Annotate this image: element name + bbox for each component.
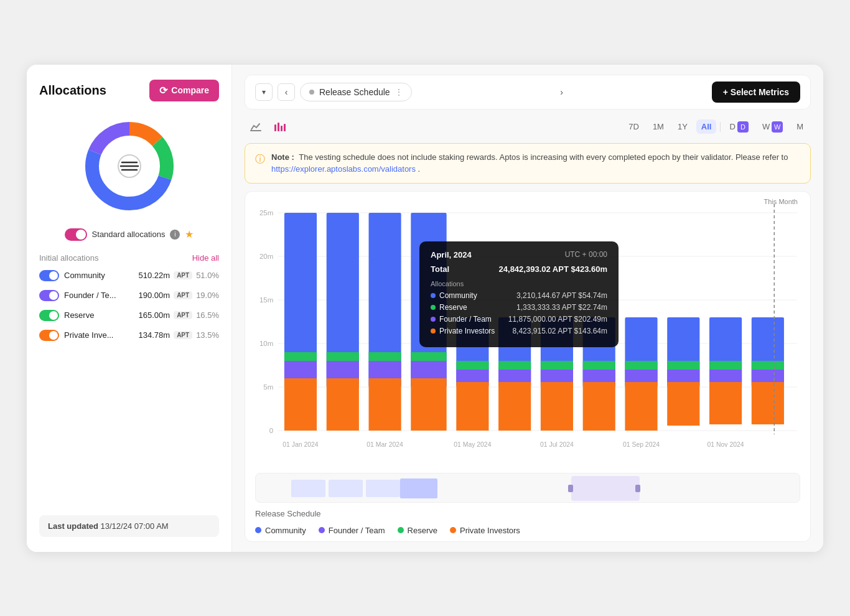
community-legend-label: Community (265, 526, 306, 535)
bar-chart-icon[interactable] (271, 118, 288, 136)
svg-rect-62 (667, 361, 699, 370)
svg-rect-71 (752, 370, 784, 382)
time-1y-button[interactable]: 1Y (673, 119, 693, 134)
tooltip-row: Private Investors 8,423,915.02 APT $143.… (431, 327, 607, 335)
svg-rect-43 (456, 370, 488, 382)
svg-rect-64 (667, 382, 699, 426)
svg-text:01 Mar 2024: 01 Mar 2024 (367, 441, 403, 448)
reserve-amount: 165.00m (139, 310, 170, 320)
svg-rect-54 (583, 361, 615, 370)
reserve-legend-dot (398, 527, 404, 533)
private-toggle[interactable] (39, 330, 59, 341)
svg-rect-42 (456, 361, 488, 370)
svg-rect-84 (400, 478, 437, 498)
tooltip-row: Founder / Team 11,875,000.00 APT $202.49… (431, 315, 607, 324)
right-panel: ▾ ‹ Release Schedule ⋮ › + Select Metric… (232, 65, 823, 552)
time-m-button[interactable]: M (792, 119, 808, 134)
legend-title: Release Schedule (255, 509, 800, 518)
svg-rect-27 (284, 361, 317, 378)
svg-text:01 Nov 2024: 01 Nov 2024 (708, 441, 744, 448)
founder-tooltip-val: 11,875,000.00 APT $202.49m (508, 315, 607, 324)
private-legend-label: Private Investors (460, 526, 520, 535)
standard-toggle[interactable] (65, 228, 87, 241)
founder-toggle[interactable] (39, 290, 59, 301)
hide-all-button[interactable]: Hide all (192, 253, 219, 263)
reserve-label: Reserve (64, 310, 94, 320)
svg-rect-72 (752, 382, 784, 424)
founder-tooltip-name: Founder / Team (439, 315, 492, 324)
tooltip-header: April, 2024 UTC + 00:00 (431, 250, 607, 259)
reserve-legend-label: Reserve (408, 526, 437, 535)
page-title: Allocations (39, 83, 106, 98)
tooltip-utc: UTC + 00:00 (565, 250, 607, 259)
prev-arrow[interactable]: ‹ (278, 83, 295, 101)
svg-rect-55 (583, 370, 615, 382)
svg-rect-9 (274, 124, 276, 131)
dropdown-button[interactable]: ▾ (255, 83, 273, 101)
founder-amount: 190.00m (139, 291, 170, 300)
line-chart-icon[interactable] (247, 118, 264, 136)
time-d-button[interactable]: D D (724, 119, 753, 135)
tooltip-date: April, 2024 (431, 250, 472, 259)
list-item: Founder / Te... 190.00m APT 19.0% (39, 290, 219, 301)
mini-chart[interactable] (255, 473, 800, 503)
community-label: Community (64, 271, 105, 280)
reserve-toggle[interactable] (39, 310, 59, 321)
w-badge: W (772, 121, 783, 133)
legend-item-reserve: Reserve (398, 526, 437, 535)
community-legend-dot (255, 527, 261, 533)
svg-rect-40 (411, 378, 446, 431)
tab-label: Release Schedule (319, 87, 390, 97)
svg-rect-70 (752, 361, 784, 370)
svg-rect-58 (625, 361, 657, 370)
community-apt-badge: APT (174, 271, 192, 279)
svg-rect-66 (709, 361, 742, 370)
note-link[interactable]: https://explorer.aptoslabs.com/validator… (271, 164, 416, 174)
svg-text:15m: 15m (259, 296, 273, 304)
list-item: Community 510.22m APT 51.0% (39, 270, 219, 281)
svg-rect-12 (284, 124, 286, 131)
svg-text:25m: 25m (259, 209, 273, 217)
time-w-button[interactable]: W W (757, 119, 788, 135)
tooltip-total-value: 24,842,393.02 APT $423.60m (499, 264, 607, 274)
chart-tooltip: April, 2024 UTC + 00:00 Total 24,842,393… (419, 241, 619, 347)
time-7d-button[interactable]: 7D (623, 119, 644, 134)
list-item: Private Inve... 134.78m APT 13.5% (39, 330, 219, 341)
compare-button[interactable]: ⟳ Compare (149, 80, 219, 101)
community-toggle[interactable] (39, 270, 59, 281)
time-1m-button[interactable]: 1M (648, 119, 669, 134)
svg-rect-46 (498, 361, 531, 370)
community-amount: 510.22m (139, 271, 170, 280)
svg-rect-44 (456, 382, 488, 431)
svg-rect-30 (327, 352, 359, 361)
svg-text:01 Sep 2024: 01 Sep 2024 (623, 441, 660, 448)
founder-tooltip-dot (431, 317, 436, 322)
next-arrow[interactable]: › (560, 87, 563, 97)
private-amount: 134.78m (139, 330, 170, 340)
tooltip-row: Reserve 1,333,333.33 APT $22.74m (431, 303, 607, 312)
svg-rect-86 (568, 485, 573, 492)
community-tooltip-dot (431, 293, 436, 298)
svg-rect-28 (284, 378, 317, 431)
alloc-section-title: Initial allocations (39, 253, 98, 263)
info-icon[interactable]: i (170, 230, 180, 240)
warning-icon: ⓘ (255, 152, 265, 167)
private-legend-dot (450, 527, 456, 533)
svg-rect-36 (369, 378, 401, 431)
reserve-tooltip-dot (431, 305, 436, 310)
list-item: Reserve 165.00m APT 16.5% (39, 310, 219, 321)
release-schedule-tab[interactable]: Release Schedule ⋮ (300, 83, 412, 101)
divider (720, 122, 721, 132)
this-month-label: This Month (764, 198, 798, 205)
select-metrics-button[interactable]: + Select Metrics (712, 82, 800, 103)
time-all-button[interactable]: All (696, 119, 717, 134)
svg-rect-8 (250, 130, 261, 131)
svg-rect-81 (291, 480, 325, 497)
last-updated-label: Last updated (48, 521, 98, 531)
founder-legend-dot (319, 527, 325, 533)
svg-rect-60 (625, 382, 657, 431)
note-label: Note : (271, 152, 294, 162)
svg-text:10m: 10m (259, 340, 273, 347)
legend-row: Community Founder / Team Reserve Private… (255, 526, 800, 535)
svg-rect-67 (709, 370, 742, 382)
